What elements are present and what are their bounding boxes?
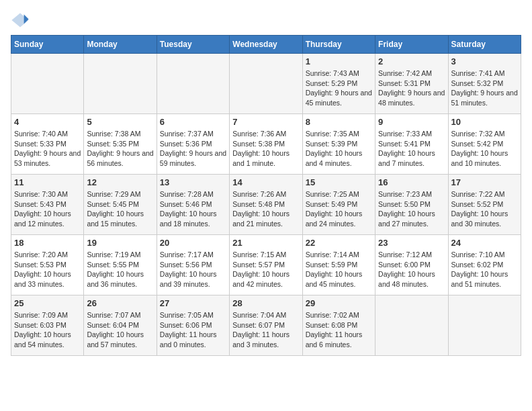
calendar-cell: 12Sunrise: 7:29 AM Sunset: 5:45 PM Dayli… [84,175,157,235]
day-number: 2 [378,56,445,66]
calendar-cell [230,54,302,114]
day-info: Sunrise: 7:10 AM Sunset: 6:02 PM Dayligh… [451,250,518,289]
day-info: Sunrise: 7:41 AM Sunset: 5:32 PM Dayligh… [451,68,518,108]
calendar-cell: 29Sunrise: 7:02 AM Sunset: 6:08 PM Dayli… [302,295,375,356]
calendar-week-row: 1Sunrise: 7:43 AM Sunset: 5:29 PM Daylig… [11,54,521,114]
day-number: 26 [87,298,153,308]
calendar-cell [448,295,521,356]
calendar-day-header: Friday [375,36,448,54]
calendar-cell [157,54,229,114]
day-number: 20 [160,238,226,248]
day-info: Sunrise: 7:20 AM Sunset: 5:53 PM Dayligh… [14,250,81,289]
day-number: 8 [306,117,372,127]
day-info: Sunrise: 7:30 AM Sunset: 5:43 PM Dayligh… [14,189,81,229]
calendar-day-header: Sunday [11,36,84,54]
calendar-day-header: Monday [84,36,157,54]
calendar-cell: 23Sunrise: 7:12 AM Sunset: 6:00 PM Dayli… [375,235,448,295]
logo [11,11,32,30]
calendar-cell: 22Sunrise: 7:14 AM Sunset: 5:59 PM Dayli… [302,235,375,295]
calendar-cell: 17Sunrise: 7:22 AM Sunset: 5:52 PM Dayli… [448,175,521,235]
day-number: 22 [306,238,372,248]
calendar-cell [84,54,157,114]
day-number: 9 [378,117,445,127]
day-info: Sunrise: 7:05 AM Sunset: 6:06 PM Dayligh… [160,310,226,350]
day-info: Sunrise: 7:38 AM Sunset: 5:35 PM Dayligh… [87,129,153,169]
calendar-cell: 9Sunrise: 7:33 AM Sunset: 5:41 PM Daylig… [375,114,448,175]
day-number: 12 [87,177,153,187]
calendar-cell: 28Sunrise: 7:04 AM Sunset: 6:07 PM Dayli… [230,295,302,356]
calendar-cell: 18Sunrise: 7:20 AM Sunset: 5:53 PM Dayli… [11,235,84,295]
calendar-cell: 26Sunrise: 7:07 AM Sunset: 6:04 PM Dayli… [84,295,157,356]
calendar-header: SundayMondayTuesdayWednesdayThursdayFrid… [11,36,521,54]
calendar-cell [375,295,448,356]
calendar-cell: 21Sunrise: 7:15 AM Sunset: 5:57 PM Dayli… [230,235,302,295]
day-number: 18 [14,238,81,248]
calendar-week-row: 18Sunrise: 7:20 AM Sunset: 5:53 PM Dayli… [11,235,521,295]
day-number: 24 [451,238,518,248]
day-info: Sunrise: 7:23 AM Sunset: 5:50 PM Dayligh… [378,189,445,229]
calendar-cell: 6Sunrise: 7:37 AM Sunset: 5:36 PM Daylig… [157,114,229,175]
day-number: 25 [14,298,81,308]
calendar-cell: 11Sunrise: 7:30 AM Sunset: 5:43 PM Dayli… [11,175,84,235]
day-number: 29 [306,298,372,308]
day-number: 5 [87,117,153,127]
day-info: Sunrise: 7:04 AM Sunset: 6:07 PM Dayligh… [232,310,299,350]
day-info: Sunrise: 7:25 AM Sunset: 5:49 PM Dayligh… [306,189,372,229]
day-number: 28 [232,298,299,308]
calendar-week-row: 25Sunrise: 7:09 AM Sunset: 6:03 PM Dayli… [11,295,521,356]
calendar-cell: 20Sunrise: 7:17 AM Sunset: 5:56 PM Dayli… [157,235,229,295]
day-number: 1 [306,56,372,66]
day-info: Sunrise: 7:36 AM Sunset: 5:38 PM Dayligh… [232,129,299,169]
calendar-cell: 4Sunrise: 7:40 AM Sunset: 5:33 PM Daylig… [11,114,84,175]
day-info: Sunrise: 7:07 AM Sunset: 6:04 PM Dayligh… [87,310,153,350]
day-info: Sunrise: 7:42 AM Sunset: 5:31 PM Dayligh… [378,68,445,108]
calendar-cell: 7Sunrise: 7:36 AM Sunset: 5:38 PM Daylig… [230,114,302,175]
calendar-cell: 14Sunrise: 7:26 AM Sunset: 5:48 PM Dayli… [230,175,302,235]
day-number: 13 [160,177,226,187]
day-info: Sunrise: 7:37 AM Sunset: 5:36 PM Dayligh… [160,129,226,169]
calendar-cell: 16Sunrise: 7:23 AM Sunset: 5:50 PM Dayli… [375,175,448,235]
calendar-cell: 24Sunrise: 7:10 AM Sunset: 6:02 PM Dayli… [448,235,521,295]
calendar-cell: 19Sunrise: 7:19 AM Sunset: 5:55 PM Dayli… [84,235,157,295]
calendar-cell: 5Sunrise: 7:38 AM Sunset: 5:35 PM Daylig… [84,114,157,175]
day-number: 21 [232,238,299,248]
day-info: Sunrise: 7:19 AM Sunset: 5:55 PM Dayligh… [87,250,153,289]
day-number: 27 [160,298,226,308]
calendar-cell: 27Sunrise: 7:05 AM Sunset: 6:06 PM Dayli… [157,295,229,356]
calendar-cell: 3Sunrise: 7:41 AM Sunset: 5:32 PM Daylig… [448,54,521,114]
logo-icon [11,11,30,30]
day-number: 19 [87,238,153,248]
day-info: Sunrise: 7:40 AM Sunset: 5:33 PM Dayligh… [14,129,81,169]
day-info: Sunrise: 7:32 AM Sunset: 5:42 PM Dayligh… [451,129,518,169]
day-info: Sunrise: 7:22 AM Sunset: 5:52 PM Dayligh… [451,189,518,229]
page-header [11,11,521,30]
day-number: 4 [14,117,81,127]
day-number: 16 [378,177,445,187]
calendar-cell: 10Sunrise: 7:32 AM Sunset: 5:42 PM Dayli… [448,114,521,175]
day-number: 15 [306,177,372,187]
day-info: Sunrise: 7:35 AM Sunset: 5:39 PM Dayligh… [306,129,372,169]
day-number: 3 [451,56,518,66]
day-number: 10 [451,117,518,127]
day-info: Sunrise: 7:28 AM Sunset: 5:46 PM Dayligh… [160,189,226,229]
day-info: Sunrise: 7:12 AM Sunset: 6:00 PM Dayligh… [378,250,445,289]
day-number: 11 [14,177,81,187]
day-number: 14 [232,177,299,187]
calendar-body: 1Sunrise: 7:43 AM Sunset: 5:29 PM Daylig… [11,54,521,356]
calendar-day-header: Wednesday [230,36,302,54]
calendar-week-row: 11Sunrise: 7:30 AM Sunset: 5:43 PM Dayli… [11,175,521,235]
calendar-day-header: Thursday [302,36,375,54]
calendar-cell: 15Sunrise: 7:25 AM Sunset: 5:49 PM Dayli… [302,175,375,235]
day-info: Sunrise: 7:33 AM Sunset: 5:41 PM Dayligh… [378,129,445,169]
day-info: Sunrise: 7:17 AM Sunset: 5:56 PM Dayligh… [160,250,226,289]
calendar-cell: 13Sunrise: 7:28 AM Sunset: 5:46 PM Dayli… [157,175,229,235]
day-info: Sunrise: 7:43 AM Sunset: 5:29 PM Dayligh… [306,68,372,108]
calendar-week-row: 4Sunrise: 7:40 AM Sunset: 5:33 PM Daylig… [11,114,521,175]
day-info: Sunrise: 7:02 AM Sunset: 6:08 PM Dayligh… [306,310,372,350]
day-info: Sunrise: 7:09 AM Sunset: 6:03 PM Dayligh… [14,310,81,350]
calendar-table: SundayMondayTuesdayWednesdayThursdayFrid… [11,35,521,356]
day-info: Sunrise: 7:15 AM Sunset: 5:57 PM Dayligh… [232,250,299,289]
calendar-cell: 2Sunrise: 7:42 AM Sunset: 5:31 PM Daylig… [375,54,448,114]
calendar-cell: 1Sunrise: 7:43 AM Sunset: 5:29 PM Daylig… [302,54,375,114]
calendar-cell [11,54,84,114]
